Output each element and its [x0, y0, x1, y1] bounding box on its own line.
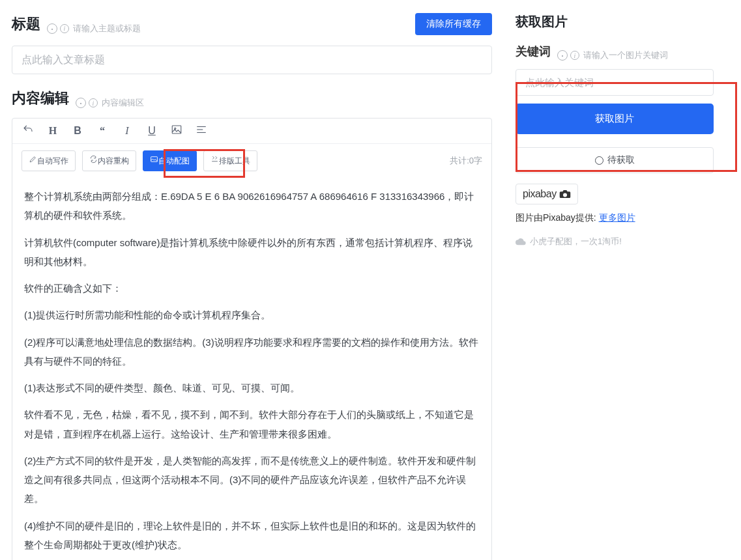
heading-icon[interactable]: H	[46, 125, 59, 137]
paragraph: 整个计算机系统由两部分组成：E.69DA 5 E 6 BA 9062616964…	[24, 187, 480, 225]
quote-icon[interactable]: “	[96, 125, 109, 137]
auto-write-button[interactable]: 自动写作	[22, 150, 76, 171]
title-label: 标题	[12, 14, 40, 34]
paragraph: 计算机软件(computer software)是指计算机系统中除硬件以外的所有…	[24, 233, 480, 272]
editor-hint: i内容编辑区	[76, 97, 144, 109]
more-images-link[interactable]: 更多图片	[599, 212, 635, 223]
char-count: 共计:0字	[450, 155, 482, 167]
pixabay-badge: pixabay	[516, 184, 578, 204]
title-hint: i请输入主题或标题	[47, 23, 141, 35]
paragraph: 软件看不见，无色，枯燥，看不见，摸不到，闻不到。软件大部分存在于人们的头脑或纸上…	[24, 405, 480, 443]
restructure-button[interactable]: 内容重构	[82, 150, 136, 171]
disclaimer: 小虎子配图，一次1淘币!	[516, 236, 714, 247]
get-image-button[interactable]: 获取图片	[516, 104, 714, 134]
get-image-title: 获取图片	[516, 13, 714, 31]
editor-box: H B “ I U 自动写作 内容重构 自动配图 排版工具 共计:0字 整个计算…	[12, 118, 492, 560]
svg-rect-5	[151, 157, 158, 162]
waiting-box[interactable]: 待获取	[516, 147, 714, 173]
camera-icon	[559, 189, 571, 199]
side-column: 获取图片 关键词 i请输入一个图片关键词 获取图片 待获取 pixabay 图片…	[504, 0, 725, 560]
circle-icon	[595, 156, 603, 165]
paragraph: 软件的正确含义如下：	[24, 279, 480, 298]
align-left-icon[interactable]	[195, 124, 208, 138]
keyword-label: 关键词	[516, 44, 551, 59]
underline-icon[interactable]: U	[145, 125, 158, 137]
paragraph: (2)程序可以满意地处理信息的数据结构。(3)说明程序功能要求和程序需要的文档的…	[24, 333, 480, 371]
paragraph: (4)维护不同的硬件是旧的，理论上软件是旧的，并不坏，但实际上软件也是旧的和坏的…	[24, 516, 480, 555]
info-icon: i	[89, 98, 98, 107]
cloud-icon	[516, 238, 526, 245]
toolbar: H B “ I U	[12, 119, 491, 144]
paragraph: (1)表达形式不同的硬件类型、颜色、味道、可见、可摸、可闻。	[24, 378, 480, 397]
clear-cache-button[interactable]: 清除所有缓存	[415, 13, 492, 35]
keyword-input[interactable]	[516, 69, 714, 96]
paragraph: (1)提供运行时所需功能和性能的命令或计算机程序集合。	[24, 305, 480, 324]
title-input[interactable]	[12, 46, 492, 74]
keyword-hint: i请输入一个图片关键词	[557, 49, 668, 61]
svg-rect-0	[172, 126, 181, 133]
auto-image-button[interactable]: 自动配图	[143, 150, 197, 171]
bold-icon[interactable]: B	[71, 125, 84, 137]
info-icon: i	[60, 24, 69, 33]
paragraph: (2)生产方式不同的软件是开发，是人类智能的高发挥，而不是传统意义上的硬件制造。…	[24, 451, 480, 509]
undo-icon[interactable]	[22, 124, 35, 138]
title-section-header: 标题 i请输入主题或标题 清除所有缓存	[12, 13, 492, 35]
action-toolbar: 自动写作 内容重构 自动配图 排版工具 共计:0字	[12, 144, 491, 178]
main-column: 标题 i请输入主题或标题 清除所有缓存 内容编辑 i内容编辑区 H B “ I …	[0, 0, 504, 560]
layout-tool-button[interactable]: 排版工具	[203, 150, 257, 171]
italic-icon[interactable]: I	[121, 125, 134, 137]
info-icon: i	[570, 51, 579, 60]
editor-label: 内容编辑	[12, 89, 69, 108]
editor-content[interactable]: 整个计算机系统由两部分组成：E.69DA 5 E 6 BA 9062616964…	[12, 178, 491, 560]
image-icon[interactable]	[170, 124, 183, 138]
provider-line: 图片由Pixabay提供: 更多图片	[516, 212, 714, 224]
